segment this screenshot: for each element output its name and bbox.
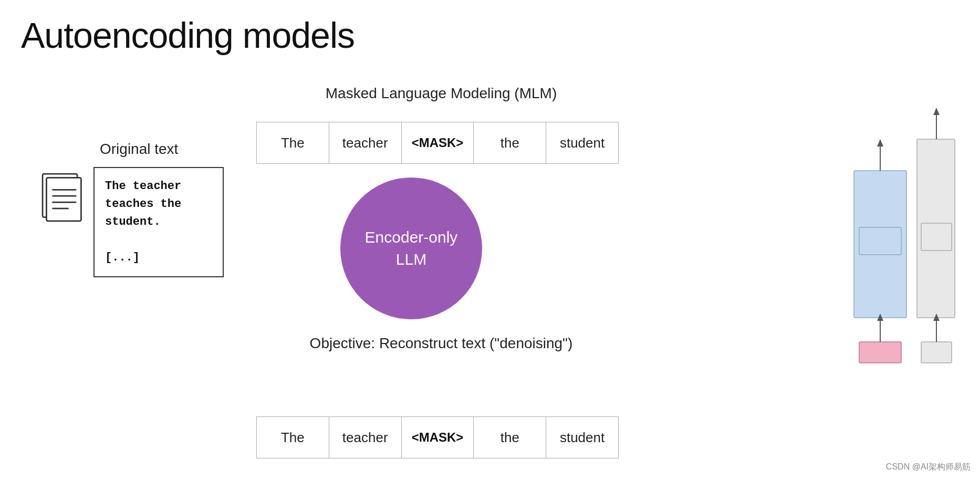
token-cell-the2-bottom: the: [474, 417, 546, 458]
document-icon: [32, 168, 89, 226]
token-cell-teacher-top: teacher: [329, 122, 402, 163]
objective-label: Objective: Reconstruct text ("denoising"…: [252, 335, 630, 352]
watermark: CSDN @AI架构师易筋: [886, 462, 971, 473]
token-cell-the-top: The: [257, 122, 329, 163]
token-cell-mask-bottom: <MASK>: [402, 417, 474, 458]
encoder-circle: Encoder-only LLM: [340, 178, 482, 319]
token-cell-the2-top: the: [474, 122, 546, 163]
svg-rect-8: [859, 227, 901, 255]
original-text-label: Original text: [100, 141, 178, 158]
token-cell-the-bottom: The: [257, 417, 329, 458]
token-cell-student-bottom: student: [546, 417, 618, 458]
svg-marker-17: [877, 139, 883, 147]
svg-rect-1: [46, 178, 81, 221]
page-title: Autoencoding models: [21, 15, 355, 56]
token-row-top: The teacher <MASK> the student: [256, 122, 619, 164]
original-text-box: The teacher teaches the student. [...]: [93, 167, 224, 277]
architecture-diagram: [843, 97, 964, 439]
token-cell-teacher-bottom: teacher: [329, 417, 402, 458]
svg-rect-10: [859, 342, 901, 363]
svg-rect-11: [921, 342, 952, 363]
svg-marker-19: [933, 108, 940, 115]
svg-rect-9: [921, 223, 952, 251]
encoder-label: Encoder-only LLM: [365, 226, 458, 270]
token-cell-mask-top: <MASK>: [402, 122, 474, 163]
token-cell-student-top: student: [546, 122, 618, 163]
mlm-label: Masked Language Modeling (MLM): [252, 85, 630, 102]
token-row-bottom: The teacher <MASK> the student: [256, 416, 619, 458]
